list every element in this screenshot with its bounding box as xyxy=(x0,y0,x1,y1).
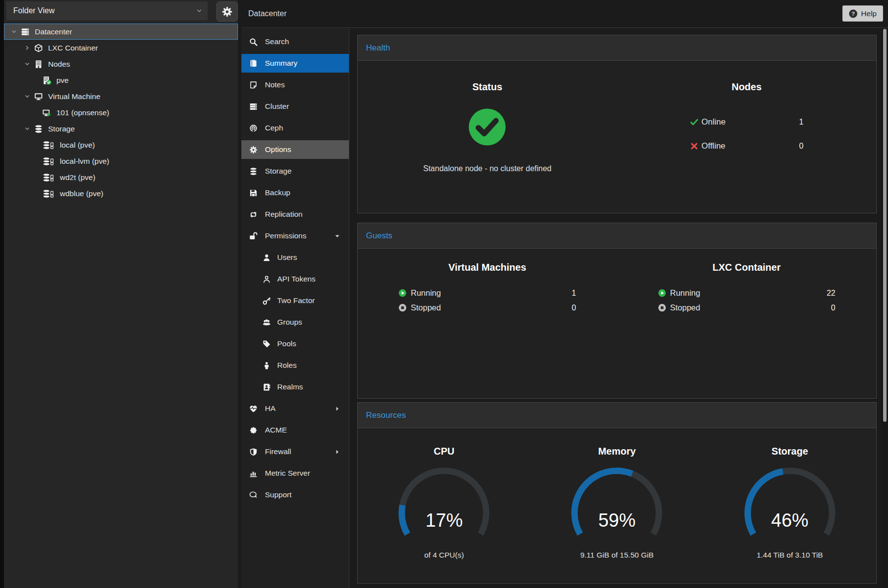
tree-item-label: LXC Container xyxy=(48,44,98,52)
database-drive-icon xyxy=(42,141,55,150)
chevron-right-icon[interactable] xyxy=(24,45,30,51)
sidebar-header: Folder View xyxy=(4,0,238,23)
database-icon xyxy=(249,167,258,176)
nav-item-search[interactable]: Search xyxy=(241,32,349,51)
database-icon xyxy=(34,125,43,133)
tree-item-storage[interactable]: Storage xyxy=(4,121,238,137)
vertical-scrollbar[interactable] xyxy=(882,28,888,588)
tree-item-storage-local-lvm[interactable]: local-lvm (pve) xyxy=(4,153,238,169)
address-book-icon xyxy=(262,383,271,391)
tree-item-label: Storage xyxy=(48,125,75,133)
online-count: 1 xyxy=(799,118,804,127)
vm-stopped-count: 0 xyxy=(572,304,576,312)
nav-item-backup[interactable]: Backup xyxy=(241,183,349,202)
nav-item-pools[interactable]: Pools xyxy=(241,334,349,353)
tree-item-storage-wdblue[interactable]: wdblue (pve) xyxy=(4,185,238,202)
tree-item-storage-wd2t[interactable]: wd2t (pve) xyxy=(4,169,238,185)
chevron-down-icon[interactable] xyxy=(24,126,30,132)
chevron-down-icon[interactable] xyxy=(24,61,30,67)
view-selector-combo[interactable]: Folder View xyxy=(6,1,208,21)
tree-item-datacenter[interactable]: Datacenter xyxy=(4,24,238,40)
user-outline-icon xyxy=(262,275,271,283)
check-icon xyxy=(690,118,699,127)
page-title: Datacenter xyxy=(248,9,287,18)
vm-running-row: Running 1 xyxy=(398,288,576,298)
nav-item-support[interactable]: Support xyxy=(241,486,349,504)
shield-icon xyxy=(249,448,258,456)
nav-item-options[interactable]: Options xyxy=(241,140,349,159)
nav-item-replication[interactable]: Replication xyxy=(241,205,349,224)
play-circle-icon xyxy=(658,289,666,297)
nav-item-realms[interactable]: Realms xyxy=(241,378,349,396)
cpu-percent: 17% xyxy=(395,510,493,531)
tree-item-label: 101 (opnsense) xyxy=(56,108,109,117)
resources-panel-body: CPU 17% of 4 CPU(s) Memory xyxy=(358,428,876,583)
caret-right-icon xyxy=(334,449,340,455)
scrollbar-thumb[interactable] xyxy=(883,29,887,422)
building-icon xyxy=(34,60,43,69)
memory-percent: 59% xyxy=(568,510,666,531)
nav-item-notes[interactable]: Notes xyxy=(241,76,349,94)
lxc-stopped-count: 0 xyxy=(831,304,836,312)
resources-panel-header: Resources xyxy=(358,403,876,428)
comments-icon xyxy=(249,491,258,499)
nav-item-groups[interactable]: Groups xyxy=(241,313,349,332)
user-icon xyxy=(262,254,271,262)
key-icon xyxy=(262,297,271,305)
nav-item-permissions[interactable]: Permissions xyxy=(241,227,349,245)
users-icon xyxy=(262,318,271,327)
cpu-gauge-column: CPU 17% of 4 CPU(s) xyxy=(358,428,530,583)
sidebar-settings-button[interactable] xyxy=(216,1,238,22)
database-drive-icon xyxy=(42,173,55,182)
chevron-down-icon[interactable] xyxy=(11,28,17,35)
tree-item-label: Datacenter xyxy=(35,27,72,36)
nav-item-metric-server[interactable]: Metric Server xyxy=(241,464,349,483)
nodes-heading: Nodes xyxy=(617,81,877,93)
help-button-label: Help xyxy=(861,9,877,18)
guests-lxc-column: LXC Container Running 22 Stopped 0 xyxy=(617,249,877,398)
nav-item-summary[interactable]: Summary xyxy=(241,54,349,73)
caret-down-icon xyxy=(334,233,340,239)
tree-item-lxc-container[interactable]: LXC Container xyxy=(4,40,238,56)
tree-item-virtual-machine[interactable]: Virtual Machine xyxy=(4,88,238,104)
play-circle-icon xyxy=(398,289,407,297)
tree-item-storage-local[interactable]: local (pve) xyxy=(4,137,238,153)
status-heading: Status xyxy=(358,81,617,93)
offline-count: 0 xyxy=(799,142,804,151)
stop-circle-icon xyxy=(398,304,407,312)
tree-item-vm-101[interactable]: 101 (opnsense) xyxy=(4,104,238,121)
tree-item-nodes[interactable]: Nodes xyxy=(4,56,238,72)
tree-item-label: wdblue (pve) xyxy=(60,189,104,198)
stop-circle-icon xyxy=(658,304,666,312)
nav-item-storage[interactable]: Storage xyxy=(241,162,349,180)
nav-item-firewall[interactable]: Firewall xyxy=(241,442,349,461)
cpu-gauge: 17% xyxy=(395,467,493,538)
nav-item-cluster[interactable]: Cluster xyxy=(241,97,349,116)
tree-item-label: pve xyxy=(56,76,69,85)
nav-item-two-factor[interactable]: Two Factor xyxy=(241,291,349,310)
nav-item-users[interactable]: Users xyxy=(241,248,349,267)
storage-heading: Storage xyxy=(704,446,876,457)
tag-icon xyxy=(262,340,271,348)
chevron-down-icon[interactable] xyxy=(24,93,30,100)
vm-running-count: 1 xyxy=(572,289,576,298)
nav-item-acme[interactable]: ACME xyxy=(241,421,349,439)
server-icon xyxy=(249,102,258,111)
guests-panel-header: Guests xyxy=(358,223,876,249)
status-message: Standalone node - no cluster defined xyxy=(358,164,617,173)
storage-gauge: 46% xyxy=(741,467,839,538)
nav-item-api-tokens[interactable]: API Tokens xyxy=(241,270,349,288)
resource-tree-sidebar: Folder View Datacenter LXC Container Nod… xyxy=(4,0,238,588)
nav-item-ha[interactable]: HA xyxy=(241,399,349,418)
health-status-column: Status Standalone node - no cluster defi… xyxy=(358,61,617,213)
tree-item-label: local (pve) xyxy=(60,141,95,150)
lxc-heading: LXC Container xyxy=(617,262,877,273)
nav-item-ceph[interactable]: Ceph xyxy=(241,119,349,137)
help-button[interactable]: Help xyxy=(842,5,883,22)
nav-item-roles[interactable]: Roles xyxy=(241,356,349,375)
tree-item-label: Virtual Machine xyxy=(48,92,101,101)
floppy-icon xyxy=(249,189,258,197)
panel-title: Guests xyxy=(366,231,392,241)
tree-item-pve[interactable]: pve xyxy=(4,72,238,88)
database-drive-icon xyxy=(42,157,55,166)
